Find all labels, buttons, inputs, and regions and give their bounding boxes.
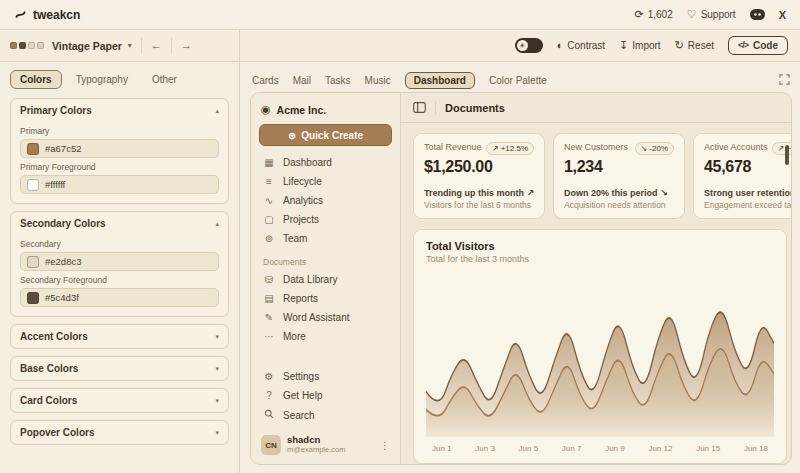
- badge-value: -20%: [649, 144, 668, 153]
- sidebar-item-analytics[interactable]: ∿ Analytics: [259, 191, 392, 210]
- reset-label: Reset: [688, 40, 714, 51]
- section-secondary-colors: Secondary Colors ▴ Secondary #e2d8c3 Sec…: [10, 211, 229, 317]
- discord-link[interactable]: [750, 9, 765, 20]
- theme-swatch-4: [37, 42, 44, 49]
- tab-dashboard[interactable]: Dashboard: [405, 72, 475, 89]
- tab-typography[interactable]: Typography: [66, 70, 138, 89]
- tab-other[interactable]: Other: [142, 70, 187, 89]
- theme-mode-toggle[interactable]: ☀: [515, 38, 543, 53]
- user-meta: shadcn m@example.com: [287, 435, 374, 455]
- sidebar-item-settings[interactable]: ⚙ Settings: [259, 367, 392, 386]
- code-button[interactable]: </> Code: [728, 36, 788, 55]
- section-header-card[interactable]: Card Colors ▾: [11, 389, 228, 412]
- divider: [141, 38, 142, 54]
- tab-music[interactable]: Music: [365, 75, 391, 86]
- color-swatch[interactable]: [27, 292, 39, 304]
- contrast-button[interactable]: ◐ Contrast: [557, 40, 605, 51]
- sidebar-item-label: Lifecycle: [283, 176, 322, 187]
- sidebar-item-reports[interactable]: ▤ Reports: [259, 289, 392, 308]
- app-content: Documents Total Revenue ↗ +12.5%: [401, 93, 791, 464]
- trend-badge: ↗ +12.5%: [486, 142, 534, 155]
- stat-subtext: Engagement exceed targets: [704, 200, 791, 210]
- import-button[interactable]: ↧ Import: [619, 40, 661, 51]
- undo-button[interactable]: ←: [151, 40, 162, 51]
- scrollbar-thumb[interactable]: [785, 145, 789, 165]
- tab-colors[interactable]: Colors: [10, 70, 62, 89]
- page-title: Documents: [445, 102, 505, 114]
- chevron-down-icon: ▾: [215, 365, 219, 373]
- org-icon: ◉: [261, 103, 271, 116]
- tab-color-palette[interactable]: Color Palette: [489, 75, 547, 86]
- x-social-link[interactable]: X: [779, 9, 786, 21]
- fullscreen-icon: [779, 74, 790, 85]
- secondary-foreground-input[interactable]: #5c4d3f: [20, 288, 219, 307]
- stat-card-new-customers: New Customers ↘ -20% 1,234 Down 20% this…: [553, 133, 685, 219]
- section-header-base[interactable]: Base Colors ▾: [11, 357, 228, 380]
- section-header-popover[interactable]: Popover Colors ▾: [11, 421, 228, 444]
- hex-value: #5c4d3f: [45, 292, 79, 303]
- support-button[interactable]: ♡ Support: [687, 9, 736, 20]
- tab-tasks[interactable]: Tasks: [325, 75, 351, 86]
- quick-create-button[interactable]: ⊕ Quick Create: [259, 124, 392, 146]
- redo-button[interactable]: →: [181, 40, 192, 51]
- sidebar-item-label: Settings: [283, 371, 319, 382]
- x-tick: Jun 1: [432, 444, 452, 453]
- sidebar-item-get-help[interactable]: ? Get Help: [259, 386, 392, 405]
- org-switcher[interactable]: ◉ Acme Inc.: [259, 101, 392, 124]
- app-header: Documents: [401, 93, 791, 123]
- stat-subtext: Visitors for the last 6 months: [424, 200, 534, 210]
- section-header-accent[interactable]: Accent Colors ▾: [11, 325, 228, 348]
- trend-down-icon: ↘: [641, 144, 648, 153]
- field-label: Secondary: [20, 239, 219, 249]
- color-swatch[interactable]: [27, 256, 39, 268]
- star-counter[interactable]: ⟳ 1,602: [635, 9, 673, 20]
- sidebar-item-label: Dashboard: [283, 157, 332, 168]
- app-sidebar: ◉ Acme Inc. ⊕ Quick Create ▦ Dashboard ≡…: [251, 93, 401, 464]
- sidebar-item-dashboard[interactable]: ▦ Dashboard: [259, 153, 392, 172]
- sidebar-item-more[interactable]: ⋯ More: [259, 327, 392, 346]
- fullscreen-button[interactable]: [779, 74, 790, 87]
- sidebar-item-team[interactable]: ⊚ Team: [259, 229, 392, 248]
- panel-left-icon[interactable]: [413, 102, 426, 113]
- logo[interactable]: tweakcn: [14, 8, 80, 22]
- stat-trend-line: Trending up this month ↗: [424, 188, 534, 198]
- ellipsis-vertical-icon[interactable]: ⋮: [380, 440, 390, 451]
- secondary-color-input[interactable]: #e2d8c3: [20, 252, 219, 271]
- sidebar-item-lifecycle[interactable]: ≡ Lifecycle: [259, 172, 392, 191]
- star-count: 1,602: [648, 9, 673, 20]
- contrast-label: Contrast: [567, 40, 605, 51]
- tab-mail[interactable]: Mail: [293, 75, 311, 86]
- contrast-icon: ◐: [557, 40, 564, 51]
- badge-value: +12.5%: [501, 144, 528, 153]
- editor-tabs: Colors Typography Other: [10, 70, 229, 89]
- stat-trend-line: Down 20% this period ↘: [564, 188, 674, 198]
- sidebar-item-data-library[interactable]: ⛁ Data Library: [259, 270, 392, 289]
- x-tick: Jun 3: [475, 444, 495, 453]
- list-icon: ≡: [263, 176, 275, 187]
- user-menu[interactable]: CN shadcn m@example.com ⋮: [259, 432, 392, 458]
- preview-tabs: Cards Mail Tasks Music Dashboard Color P…: [250, 68, 792, 92]
- sidebar-item-search[interactable]: Search: [259, 405, 392, 425]
- documents-section-label: Documents: [263, 257, 388, 267]
- search-icon: [263, 409, 275, 421]
- reset-button[interactable]: ↻ Reset: [675, 40, 714, 51]
- chart-icon: ∿: [263, 195, 275, 206]
- total-visitors-card: Total Visitors Total for the last 3 mont…: [413, 229, 787, 464]
- primary-foreground-input[interactable]: #ffffff: [20, 175, 219, 194]
- section-title: Primary Colors: [20, 105, 92, 116]
- tab-cards[interactable]: Cards: [252, 75, 279, 86]
- section-header-primary[interactable]: Primary Colors ▴: [11, 99, 228, 122]
- chevron-down-icon: ▾: [215, 429, 219, 437]
- section-title: Card Colors: [20, 395, 77, 406]
- sidebar-item-projects[interactable]: ▢ Projects: [259, 210, 392, 229]
- main-split: Colors Typography Other Primary Colors ▴…: [0, 62, 800, 473]
- import-label: Import: [632, 40, 660, 51]
- sidebar-item-word-assistant[interactable]: ✎ Word Assistant: [259, 308, 392, 327]
- section-header-secondary[interactable]: Secondary Colors ▴: [11, 212, 228, 235]
- theme-selector[interactable]: Vintage Paper ▾ ← →: [0, 30, 240, 61]
- color-swatch[interactable]: [27, 179, 39, 191]
- primary-color-input[interactable]: #a67c52: [20, 139, 219, 158]
- section-card-colors: Card Colors ▾: [10, 388, 229, 413]
- x-tick: Jun 12: [648, 444, 672, 453]
- color-swatch[interactable]: [27, 143, 39, 155]
